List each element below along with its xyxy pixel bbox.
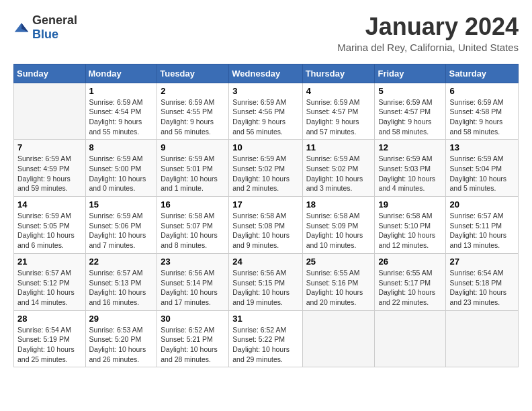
day-number: 7: [17, 142, 82, 152]
day-number: 15: [89, 199, 154, 210]
day-info: Sunrise: 6:59 AMSunset: 5:05 PMDaylight:…: [17, 211, 82, 250]
day-number: 9: [161, 142, 225, 152]
day-cell: 16Sunrise: 6:58 AMSunset: 5:07 PMDayligh…: [157, 197, 229, 254]
day-number: 26: [378, 257, 442, 267]
logo: General Blue: [13, 13, 77, 42]
day-cell: 27Sunrise: 6:54 AMSunset: 5:18 PMDayligh…: [446, 253, 519, 310]
day-info: Sunrise: 6:52 AMSunset: 5:22 PMDaylight:…: [232, 325, 298, 365]
day-info: Sunrise: 6:59 AMSunset: 4:55 PMDaylight:…: [161, 97, 225, 137]
day-cell: 15Sunrise: 6:59 AMSunset: 5:06 PMDayligh…: [85, 197, 157, 254]
day-cell: 7Sunrise: 6:59 AMSunset: 4:59 PMDaylight…: [14, 140, 86, 197]
day-cell: 18Sunrise: 6:58 AMSunset: 5:09 PMDayligh…: [302, 197, 375, 254]
day-number: 5: [378, 86, 442, 96]
day-number: 22: [89, 257, 154, 267]
day-number: 30: [161, 314, 225, 324]
day-info: Sunrise: 6:53 AMSunset: 5:20 PMDaylight:…: [89, 325, 154, 365]
day-number: 19: [378, 199, 442, 210]
day-cell: 19Sunrise: 6:58 AMSunset: 5:10 PMDayligh…: [375, 197, 446, 254]
day-number: 17: [232, 199, 298, 210]
day-number: 31: [232, 314, 298, 324]
day-number: 8: [89, 142, 154, 152]
day-cell: 10Sunrise: 6:59 AMSunset: 5:02 PMDayligh…: [229, 140, 302, 197]
day-cell: 24Sunrise: 6:56 AMSunset: 5:15 PMDayligh…: [229, 253, 302, 310]
day-info: Sunrise: 6:57 AMSunset: 5:11 PMDaylight:…: [449, 211, 515, 250]
calendar-header: SundayMondayTuesdayWednesdayThursdayFrid…: [14, 64, 519, 83]
column-header-sunday: Sunday: [14, 64, 86, 83]
day-cell: 1Sunrise: 6:59 AMSunset: 4:54 PMDaylight…: [85, 83, 157, 140]
day-cell: 5Sunrise: 6:59 AMSunset: 4:57 PMDaylight…: [375, 83, 446, 140]
day-info: Sunrise: 6:58 AMSunset: 5:10 PMDaylight:…: [378, 211, 442, 250]
day-number: 28: [17, 314, 82, 324]
column-header-saturday: Saturday: [446, 64, 519, 83]
day-number: 25: [306, 257, 371, 267]
week-row-4: 21Sunrise: 6:57 AMSunset: 5:12 PMDayligh…: [14, 253, 519, 310]
week-row-1: 1Sunrise: 6:59 AMSunset: 4:54 PMDaylight…: [14, 83, 519, 140]
day-cell: [375, 310, 446, 367]
day-number: 27: [449, 257, 515, 267]
day-cell: 22Sunrise: 6:57 AMSunset: 5:13 PMDayligh…: [85, 253, 157, 310]
page-header: General Blue January 2024 Marina del Rey…: [13, 13, 519, 53]
day-cell: 23Sunrise: 6:56 AMSunset: 5:14 PMDayligh…: [157, 253, 229, 310]
day-cell: 30Sunrise: 6:52 AMSunset: 5:21 PMDayligh…: [157, 310, 229, 367]
day-info: Sunrise: 6:57 AMSunset: 5:12 PMDaylight:…: [17, 268, 82, 308]
day-info: Sunrise: 6:59 AMSunset: 5:03 PMDaylight:…: [378, 154, 442, 193]
calendar-table: SundayMondayTuesdayWednesdayThursdayFrid…: [13, 64, 519, 368]
day-number: 11: [306, 142, 371, 152]
day-cell: 9Sunrise: 6:59 AMSunset: 5:01 PMDaylight…: [157, 140, 229, 197]
day-number: 24: [232, 257, 298, 267]
day-info: Sunrise: 6:54 AMSunset: 5:18 PMDaylight:…: [449, 268, 515, 308]
day-info: Sunrise: 6:55 AMSunset: 5:17 PMDaylight:…: [378, 268, 442, 308]
day-cell: 21Sunrise: 6:57 AMSunset: 5:12 PMDayligh…: [14, 253, 86, 310]
day-info: Sunrise: 6:56 AMSunset: 5:15 PMDaylight:…: [232, 268, 298, 308]
page-subtitle: Marina del Rey, California, United State…: [337, 42, 519, 53]
day-cell: 29Sunrise: 6:53 AMSunset: 5:20 PMDayligh…: [85, 310, 157, 367]
day-cell: 12Sunrise: 6:59 AMSunset: 5:03 PMDayligh…: [375, 140, 446, 197]
day-cell: [14, 83, 86, 140]
day-cell: 17Sunrise: 6:58 AMSunset: 5:08 PMDayligh…: [229, 197, 302, 254]
day-info: Sunrise: 6:59 AMSunset: 4:59 PMDaylight:…: [17, 154, 82, 193]
logo-blue: Blue: [32, 28, 58, 41]
day-info: Sunrise: 6:52 AMSunset: 5:21 PMDaylight:…: [161, 325, 225, 365]
day-cell: [302, 310, 375, 367]
day-info: Sunrise: 6:59 AMSunset: 5:00 PMDaylight:…: [89, 154, 154, 193]
header-row: SundayMondayTuesdayWednesdayThursdayFrid…: [14, 64, 519, 83]
title-section: January 2024 Marina del Rey, California,…: [337, 13, 519, 53]
column-header-friday: Friday: [375, 64, 446, 83]
week-row-5: 28Sunrise: 6:54 AMSunset: 5:19 PMDayligh…: [14, 310, 519, 367]
day-cell: [446, 310, 519, 367]
day-number: 6: [449, 86, 515, 96]
day-info: Sunrise: 6:59 AMSunset: 4:56 PMDaylight:…: [232, 97, 298, 137]
day-number: 3: [232, 86, 298, 96]
day-cell: 26Sunrise: 6:55 AMSunset: 5:17 PMDayligh…: [375, 253, 446, 310]
day-info: Sunrise: 6:55 AMSunset: 5:16 PMDaylight:…: [306, 268, 371, 308]
day-cell: 2Sunrise: 6:59 AMSunset: 4:55 PMDaylight…: [157, 83, 229, 140]
day-info: Sunrise: 6:59 AMSunset: 5:06 PMDaylight:…: [89, 211, 154, 250]
column-header-monday: Monday: [85, 64, 157, 83]
day-number: 23: [161, 257, 225, 267]
day-cell: 14Sunrise: 6:59 AMSunset: 5:05 PMDayligh…: [14, 197, 86, 254]
day-number: 12: [378, 142, 442, 152]
day-cell: 3Sunrise: 6:59 AMSunset: 4:56 PMDaylight…: [229, 83, 302, 140]
day-cell: 11Sunrise: 6:59 AMSunset: 5:02 PMDayligh…: [302, 140, 375, 197]
day-number: 14: [17, 199, 82, 210]
day-info: Sunrise: 6:59 AMSunset: 4:58 PMDaylight:…: [449, 97, 515, 137]
day-info: Sunrise: 6:58 AMSunset: 5:07 PMDaylight:…: [161, 211, 225, 250]
day-number: 13: [449, 142, 515, 152]
day-number: 20: [449, 199, 515, 210]
logo-icon: [13, 21, 30, 34]
logo-general: General: [32, 13, 77, 27]
day-number: 16: [161, 199, 225, 210]
calendar-body: 1Sunrise: 6:59 AMSunset: 4:54 PMDaylight…: [14, 83, 519, 367]
column-header-thursday: Thursday: [302, 64, 375, 83]
week-row-2: 7Sunrise: 6:59 AMSunset: 4:59 PMDaylight…: [14, 140, 519, 197]
day-number: 2: [161, 86, 225, 96]
day-info: Sunrise: 6:59 AMSunset: 4:54 PMDaylight:…: [89, 97, 154, 137]
day-info: Sunrise: 6:54 AMSunset: 5:19 PMDaylight:…: [17, 325, 82, 365]
day-info: Sunrise: 6:59 AMSunset: 5:01 PMDaylight:…: [161, 154, 225, 193]
column-header-tuesday: Tuesday: [157, 64, 229, 83]
day-cell: 6Sunrise: 6:59 AMSunset: 4:58 PMDaylight…: [446, 83, 519, 140]
day-info: Sunrise: 6:59 AMSunset: 4:57 PMDaylight:…: [306, 97, 371, 137]
day-info: Sunrise: 6:59 AMSunset: 5:02 PMDaylight:…: [306, 154, 371, 193]
day-cell: 20Sunrise: 6:57 AMSunset: 5:11 PMDayligh…: [446, 197, 519, 254]
day-info: Sunrise: 6:58 AMSunset: 5:08 PMDaylight:…: [232, 211, 298, 250]
